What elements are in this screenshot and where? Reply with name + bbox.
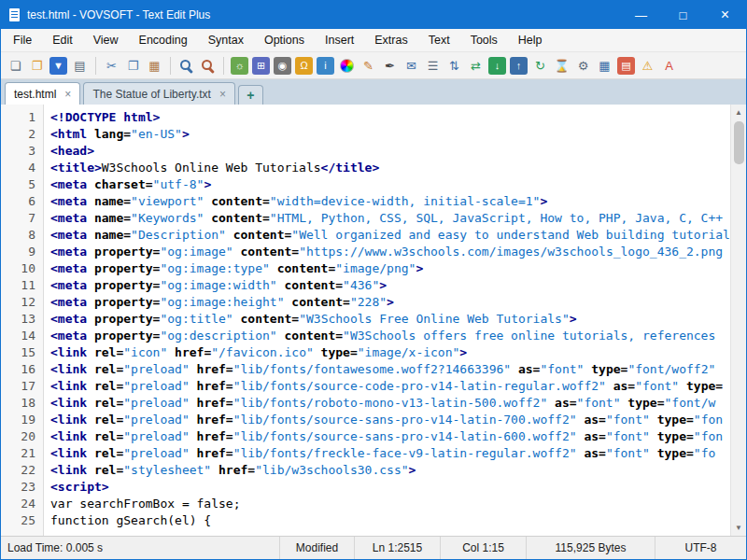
search-icon[interactable] [176, 56, 196, 76]
line-number: 16 [1, 361, 35, 378]
replace-icon [200, 58, 216, 74]
print-icon[interactable]: ▤ [70, 56, 90, 76]
line-number: 20 [1, 428, 35, 445]
title-bar[interactable]: test.html - VOVSOFT - Text Edit Plus — □… [1, 1, 746, 29]
swap-icon[interactable]: ⇄ [466, 56, 486, 76]
tab-close-icon[interactable]: × [64, 89, 71, 100]
new-tab-button[interactable]: + [238, 85, 263, 105]
toolbar-separator [95, 57, 96, 75]
scroll-thumb[interactable] [734, 121, 744, 164]
line-number: 23 [1, 479, 35, 496]
new-file-icon[interactable]: ❏ [6, 56, 25, 76]
sort-icon[interactable]: ⇅ [444, 56, 464, 76]
settings-icon[interactable]: ⚙ [573, 56, 593, 76]
menu-help[interactable]: Help [508, 29, 553, 51]
calculator-icon[interactable]: ⊞ [252, 57, 270, 75]
copy-icon[interactable]: ❐ [123, 56, 143, 76]
status-load-time: Load Time: 0.005 s [1, 537, 279, 559]
tab-close-icon[interactable]: × [219, 89, 226, 100]
minimize-button[interactable]: — [620, 1, 662, 29]
code-line: <meta property="og:title" content="W3Sch… [50, 311, 730, 328]
line-number: 10 [1, 260, 35, 277]
download-icon[interactable]: ↓ [488, 57, 506, 75]
code-line: <link rel="preload" href="lib/fonts/sour… [50, 428, 730, 445]
tab-bar: test.html×The Statue of Liberty.txt×+ [1, 79, 746, 105]
close-button[interactable]: × [704, 1, 746, 29]
hourglass-icon[interactable]: ⌛ [552, 56, 571, 76]
line-number: 22 [1, 462, 35, 479]
maximize-button[interactable]: □ [662, 1, 704, 29]
code-line: <meta name="Keywords" content="HTML, Pyt… [50, 210, 730, 227]
code-line: <title>W3Schools Online Web Tutorials</t… [50, 160, 730, 176]
line-number: 2 [1, 126, 35, 143]
line-number: 4 [1, 160, 35, 176]
tab-2[interactable]: The Statue of Liberty.txt× [83, 82, 235, 105]
code-line: <link rel="preload" href="lib/fonts/frec… [50, 445, 730, 462]
numbered-list-icon[interactable]: ☰ [423, 56, 443, 76]
menu-extras[interactable]: Extras [364, 29, 417, 51]
code-line: <meta property="og:image" content="https… [50, 244, 730, 260]
refresh-icon[interactable]: ↻ [530, 56, 550, 76]
menu-tools[interactable]: Tools [460, 29, 508, 51]
line-number: 24 [1, 496, 35, 512]
table-icon[interactable]: ▦ [595, 56, 614, 76]
save-icon[interactable]: ▼ [49, 57, 67, 75]
toolbar-separator [170, 57, 171, 75]
code-line: <link rel="preload" href="lib/fonts/sour… [50, 412, 730, 428]
lock-icon[interactable]: Ω [295, 57, 313, 75]
status-size: 115,925 Bytes [526, 537, 655, 559]
code-line: <link rel="preload" href="lib/fonts/sour… [50, 378, 730, 395]
line-number: 1 [1, 109, 35, 126]
calendar-icon[interactable]: ▤ [617, 57, 635, 75]
code-line: <meta charset="utf-8"> [50, 176, 730, 193]
pen-icon[interactable]: ✎ [359, 56, 378, 76]
scroll-up-icon[interactable]: ▲ [731, 105, 747, 120]
status-column: Col 1:15 [440, 537, 526, 559]
code-line: <meta property="og:image:width" content=… [50, 277, 730, 294]
line-number: 14 [1, 328, 35, 344]
upload-icon[interactable]: ↑ [510, 57, 528, 75]
menu-view[interactable]: View [83, 29, 129, 51]
cut-icon[interactable]: ✂ [102, 56, 121, 76]
spellcheck-icon[interactable]: A [659, 56, 679, 76]
replace-icon[interactable] [198, 56, 218, 76]
color-wheel-icon [340, 59, 354, 73]
toolbar: ❏❐▼▤✂❐▦☼⊞◉Ωi✎✒✉☰⇅⇄↓↑↻⌛⚙▦▤⚠A [1, 52, 746, 79]
window-controls: — □ × [620, 1, 746, 29]
menu-syntax[interactable]: Syntax [198, 29, 254, 51]
vertical-scrollbar[interactable]: ▲ ▼ [730, 105, 746, 536]
code-line: <!DOCTYPE html> [50, 109, 730, 126]
menu-text[interactable]: Text [418, 29, 460, 51]
code-line: <meta property="og:image:type" content="… [50, 260, 730, 277]
code-line: <script> [50, 479, 730, 496]
menu-options[interactable]: Options [254, 29, 315, 51]
tab-1[interactable]: test.html× [5, 82, 80, 105]
picture-icon[interactable]: ☼ [231, 57, 248, 75]
menu-encoding[interactable]: Encoding [129, 29, 198, 51]
editor[interactable]: 1234567891011121314151617181920212223242… [1, 105, 746, 536]
line-number: 7 [1, 210, 35, 227]
code-line: <link rel="preload" href="lib/fonts/font… [50, 361, 730, 378]
code-line: function gSearch(el) { [50, 512, 730, 529]
scroll-down-icon[interactable]: ▼ [731, 520, 747, 536]
color-wheel-icon[interactable] [337, 56, 357, 76]
camera-icon[interactable]: ◉ [274, 57, 291, 75]
line-number: 15 [1, 344, 35, 361]
status-line: Ln 1:2515 [354, 537, 440, 559]
signature-icon[interactable]: ✒ [380, 56, 400, 76]
code-line: <link rel="preload" href="lib/fonts/robo… [50, 395, 730, 412]
info-icon[interactable]: i [317, 57, 334, 75]
line-number: 19 [1, 412, 35, 428]
line-number: 25 [1, 512, 35, 529]
menu-insert[interactable]: Insert [315, 29, 364, 51]
line-number: 8 [1, 227, 35, 244]
menu-file[interactable]: File [3, 29, 42, 51]
code-line: <meta name="Description" content="Well o… [50, 227, 730, 244]
menu-edit[interactable]: Edit [42, 29, 83, 51]
line-number: 9 [1, 244, 35, 260]
code-area[interactable]: <!DOCTYPE html><html lang="en-US"><head>… [44, 105, 730, 536]
open-folder-icon[interactable]: ❐ [27, 56, 47, 76]
paste-icon[interactable]: ▦ [145, 56, 164, 76]
warning-icon[interactable]: ⚠ [638, 56, 657, 76]
mail-icon[interactable]: ✉ [402, 56, 421, 76]
